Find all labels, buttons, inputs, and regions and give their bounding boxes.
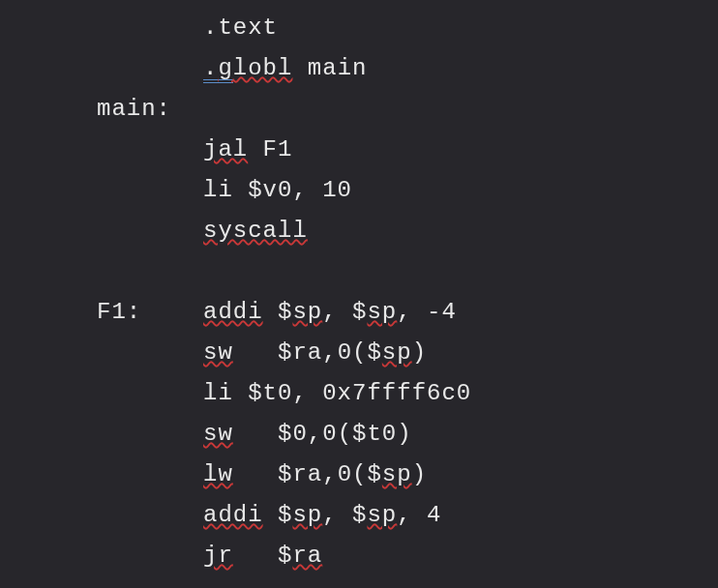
globl-g: g bbox=[218, 58, 232, 83]
code-line-li-t0: li $t0, 0x7ffff6c0 bbox=[0, 373, 718, 414]
code-line-addi-sp: addi $sp, $sp, 4 bbox=[0, 495, 718, 536]
code-line-jal: jal F1 bbox=[0, 130, 718, 170]
code-line-syscall: syscall bbox=[0, 211, 718, 251]
syscall-instruction: syscall bbox=[203, 218, 308, 244]
sp-register: sp bbox=[367, 299, 397, 325]
sw-instruction: sw bbox=[203, 339, 233, 366]
sp-register: sp bbox=[367, 502, 397, 528]
code-line-jr: jr $ra bbox=[0, 536, 718, 576]
li-instruction: li $t0, 0x7ffff6c0 bbox=[203, 380, 471, 406]
main-label: main: bbox=[97, 96, 171, 122]
jr-instruction: jr bbox=[203, 543, 233, 569]
addi-instruction: addi bbox=[203, 502, 263, 528]
code-line-globl-directive: .globl main bbox=[0, 48, 718, 89]
sp-register: sp bbox=[382, 339, 412, 366]
code-line-li-v0: li $v0, 10 bbox=[0, 170, 718, 211]
sp-register: sp bbox=[382, 461, 412, 487]
globl-dot: . bbox=[203, 58, 218, 83]
globl-lobl: lobl bbox=[233, 55, 293, 81]
blank-line bbox=[0, 251, 718, 292]
li-instruction: li $v0, 10 bbox=[203, 177, 352, 203]
f1-label: F1: bbox=[97, 292, 203, 333]
jal-instruction: jal bbox=[203, 136, 248, 162]
sw-instruction: sw bbox=[203, 421, 233, 447]
code-line-sw-ra: sw $ra,0($sp) bbox=[0, 333, 718, 373]
text-directive: .text bbox=[203, 15, 278, 41]
code-line-text-directive: .text bbox=[0, 8, 718, 48]
lw-instruction: lw bbox=[203, 461, 233, 487]
jal-target: F1 bbox=[248, 136, 292, 162]
addi-instruction: addi bbox=[203, 299, 263, 325]
code-line-lw-ra: lw $ra,0($sp) bbox=[0, 455, 718, 495]
code-block: .text .globl main main: jal F1 li $v0, 1… bbox=[0, 0, 718, 576]
code-line-sw-zero: sw $0,0($t0) bbox=[0, 414, 718, 455]
ra-register: ra bbox=[292, 543, 322, 569]
globl-main: main bbox=[292, 55, 367, 81]
sp-register: sp bbox=[292, 502, 322, 528]
code-line-f1-addi: F1:addi $sp, $sp, -4 bbox=[0, 292, 718, 333]
code-line-main-label: main: bbox=[0, 89, 718, 130]
sp-register: sp bbox=[292, 299, 322, 325]
